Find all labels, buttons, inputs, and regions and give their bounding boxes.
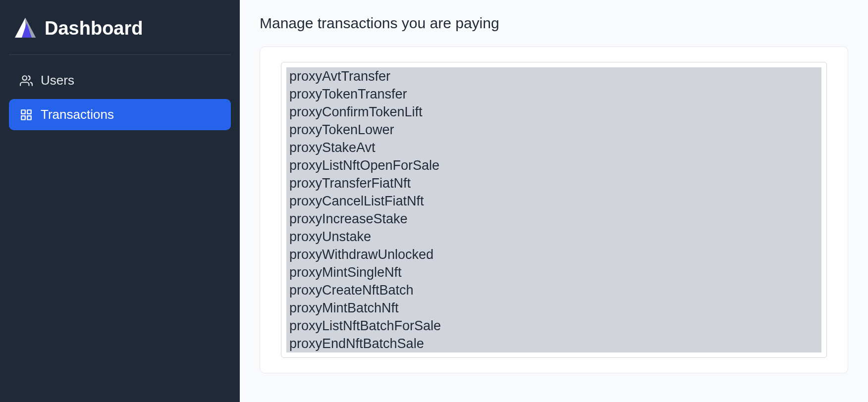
transaction-option[interactable]: proxyEndNftBatchSale (286, 335, 821, 352)
transaction-option[interactable]: proxyCancelListFiatNft (286, 192, 821, 210)
transaction-option[interactable]: proxyTokenLower (286, 121, 821, 139)
brand-logo-icon (13, 16, 38, 41)
sidebar-item-label: Transactions (41, 107, 114, 122)
transaction-option[interactable]: proxyCreateNftBatch (286, 281, 821, 299)
sidebar-item-users[interactable]: Users (9, 65, 231, 96)
svg-point-3 (22, 76, 27, 80)
main-content: Manage transactions you are paying proxy… (240, 0, 868, 402)
transaction-option[interactable]: proxyMintBatchNft (286, 299, 821, 317)
transactions-card: proxyAvtTransfer proxyTokenTransfer prox… (260, 47, 848, 373)
brand-title: Dashboard (45, 18, 143, 39)
grid-icon (20, 108, 33, 121)
svg-rect-6 (27, 116, 31, 120)
transaction-option[interactable]: proxyTransferFiatNft (286, 174, 821, 192)
transaction-option[interactable]: proxyIncreaseStake (286, 210, 821, 228)
transaction-option[interactable]: proxyListNftOpenForSale (286, 156, 821, 174)
users-icon (20, 74, 33, 87)
transactions-listbox[interactable]: proxyAvtTransfer proxyTokenTransfer prox… (281, 62, 827, 358)
sidebar: Dashboard Users Transactions (0, 0, 240, 402)
transaction-option[interactable]: proxyConfirmTokenLift (286, 103, 821, 121)
svg-rect-4 (21, 110, 25, 114)
transaction-option[interactable]: proxyListNftBatchForSale (286, 317, 821, 335)
sidebar-item-transactions[interactable]: Transactions (9, 99, 231, 130)
sidebar-item-label: Users (41, 73, 74, 88)
brand: Dashboard (9, 12, 231, 55)
svg-rect-7 (21, 116, 25, 120)
page-title: Manage transactions you are paying (260, 15, 848, 32)
svg-rect-5 (27, 110, 31, 114)
transaction-option[interactable]: proxyMintSingleNft (286, 263, 821, 281)
transaction-option[interactable]: proxyUnstake (286, 228, 821, 246)
transaction-option[interactable]: proxyAvtTransfer (286, 67, 821, 85)
transaction-option[interactable]: proxyWithdrawUnlocked (286, 246, 821, 263)
transaction-option[interactable]: proxyStakeAvt (286, 139, 821, 156)
transaction-option[interactable]: proxyTokenTransfer (286, 85, 821, 103)
